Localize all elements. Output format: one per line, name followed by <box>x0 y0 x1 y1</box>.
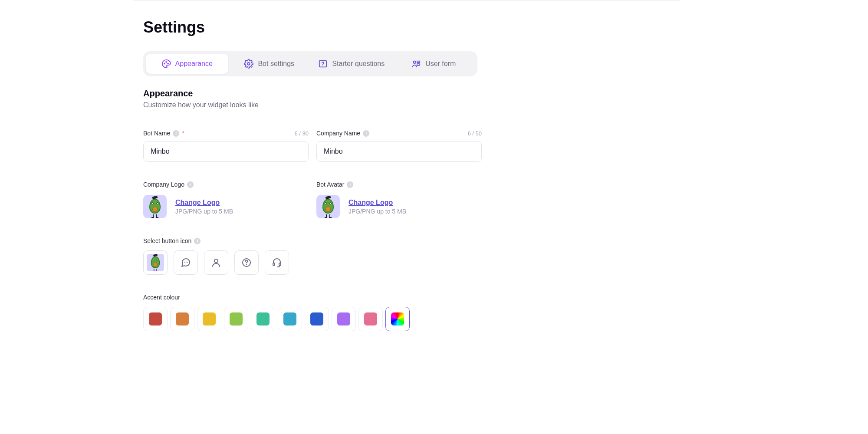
settings-panel: Settings Appearance Bot settings Starter… <box>143 18 482 331</box>
svg-point-12 <box>214 259 218 263</box>
tab-label: Bot settings <box>258 60 294 68</box>
color-swatch <box>256 312 270 326</box>
svg-point-0 <box>164 63 165 64</box>
accent-color-a86cf2[interactable] <box>332 307 356 331</box>
bot-name-label: Bot Name <box>143 130 170 137</box>
tab-bot-settings[interactable]: Bot settings <box>228 54 311 74</box>
color-swatch <box>391 312 404 326</box>
accent-color-e9bd28[interactable] <box>197 307 221 331</box>
button-icon-headset[interactable] <box>265 250 289 275</box>
accent-color-2b5ccf[interactable] <box>305 307 329 331</box>
section-subtitle: Customize how your widget looks like <box>143 101 482 109</box>
button-icon-chat[interactable] <box>174 250 198 275</box>
tab-starter-questions[interactable]: Starter questions <box>310 54 393 74</box>
tab-user-form[interactable]: User form <box>393 54 475 74</box>
avocado-icon <box>322 197 335 216</box>
accent-color-c24a3f[interactable] <box>143 307 168 331</box>
settings-tabs: Appearance Bot settings Starter question… <box>143 51 477 76</box>
logo-avatar-row: Company Logo i Change Logo JPG/PNG up to… <box>143 181 482 218</box>
change-bot-avatar-link[interactable]: Change Logo <box>349 199 406 207</box>
button-icon-section: Select button icon i <box>143 237 482 275</box>
name-fields-row: Bot Name i * 6 / 30 Company Name i 6 / 5… <box>143 130 482 162</box>
company-logo-label: Company Logo <box>143 181 184 188</box>
headset-icon <box>272 257 282 268</box>
accent-color-8dc64a[interactable] <box>224 307 248 331</box>
avocado-icon <box>148 197 161 216</box>
question-circle-icon <box>241 257 252 268</box>
info-icon[interactable]: i <box>173 130 179 137</box>
bot-name-input[interactable] <box>143 141 309 162</box>
accent-color-custom[interactable] <box>385 307 410 331</box>
top-divider <box>133 0 680 1</box>
info-icon[interactable]: i <box>363 130 369 137</box>
page-title: Settings <box>143 18 482 36</box>
svg-point-3 <box>248 62 250 65</box>
company-name-counter: 6 / 50 <box>467 130 482 137</box>
company-logo-preview <box>143 195 167 218</box>
company-name-label: Company Name <box>316 130 360 137</box>
company-name-input[interactable] <box>316 141 482 162</box>
color-swatch <box>149 312 162 326</box>
button-icon-question[interactable] <box>234 250 259 275</box>
svg-point-6 <box>414 61 416 64</box>
tab-appearance[interactable]: Appearance <box>146 54 228 74</box>
company-logo-block: Company Logo i Change Logo JPG/PNG up to… <box>143 181 309 218</box>
bot-avatar-preview <box>316 195 340 218</box>
required-star: * <box>182 130 184 137</box>
accent-colour-section: Accent colour <box>143 294 482 331</box>
button-icon-label: Select button icon <box>143 237 191 244</box>
color-swatch <box>364 312 377 326</box>
accent-colour-label: Accent colour <box>143 294 180 301</box>
accent-color-d6813b[interactable] <box>170 307 194 331</box>
color-swatch <box>337 312 350 326</box>
info-icon[interactable]: i <box>347 181 353 188</box>
accent-color-e46f92[interactable] <box>358 307 383 331</box>
gear-icon <box>244 59 253 69</box>
info-icon[interactable]: i <box>187 181 194 188</box>
section-title: Appearance <box>143 89 482 99</box>
button-icon-avatar-image[interactable] <box>143 250 168 275</box>
svg-point-2 <box>168 63 168 64</box>
palette-icon <box>161 59 171 69</box>
company-logo-hint: JPG/PNG up to 5 MB <box>175 208 233 215</box>
accent-color-36a8c9[interactable] <box>278 307 302 331</box>
company-name-field: Company Name i 6 / 50 <box>316 130 482 162</box>
tab-label: Appearance <box>175 60 213 68</box>
svg-rect-8 <box>417 64 420 66</box>
color-swatch <box>283 312 296 326</box>
button-icon-user[interactable] <box>204 250 228 275</box>
bot-name-counter: 6 / 30 <box>294 130 309 137</box>
svg-point-1 <box>166 62 167 62</box>
bot-avatar-block: Bot Avatar i Change Logo JPG/PNG up to 5… <box>316 181 482 218</box>
avocado-icon <box>150 255 161 270</box>
user-form-icon <box>411 59 421 69</box>
svg-rect-7 <box>417 61 420 63</box>
svg-rect-15 <box>273 263 275 266</box>
info-icon[interactable]: i <box>194 238 201 244</box>
color-swatch <box>310 312 323 326</box>
bot-avatar-label: Bot Avatar <box>316 181 344 188</box>
question-card-icon <box>318 59 328 69</box>
bot-name-field: Bot Name i * 6 / 30 <box>143 130 309 162</box>
tab-label: Starter questions <box>332 60 385 68</box>
user-icon <box>211 257 221 268</box>
accent-color-3dbf98[interactable] <box>251 307 275 331</box>
color-swatch <box>203 312 216 326</box>
bot-avatar-hint: JPG/PNG up to 5 MB <box>349 208 406 215</box>
color-swatch <box>230 312 243 326</box>
color-swatch <box>176 312 189 326</box>
section-header: Appearance Customize how your widget loo… <box>143 89 482 109</box>
chat-bubble-icon <box>181 257 191 268</box>
tab-label: User form <box>425 60 456 68</box>
change-company-logo-link[interactable]: Change Logo <box>175 199 233 207</box>
